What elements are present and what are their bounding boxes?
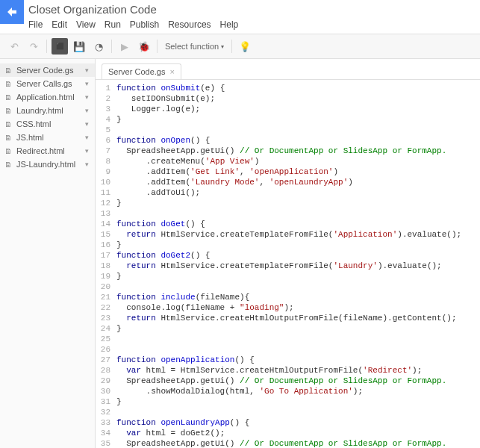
file-item[interactable]: 🗎JS.html▾ bbox=[0, 131, 95, 144]
file-menu-icon[interactable]: ▾ bbox=[84, 161, 90, 168]
line-number: 27 bbox=[96, 355, 116, 365]
debug-button[interactable]: 🐞 bbox=[136, 38, 152, 55]
code-line[interactable]: } bbox=[116, 114, 480, 125]
line-number: 23 bbox=[96, 313, 116, 323]
code-line[interactable]: var html = HtmlService.createHtmlOutputF… bbox=[116, 365, 480, 376]
file-item[interactable]: 🗎CSS.html▾ bbox=[0, 117, 95, 131]
code-line[interactable]: function openApplication() { bbox=[116, 355, 480, 365]
menu-view[interactable]: View bbox=[76, 19, 96, 30]
code-editor[interactable]: 1function onSubmit(e) {2 setIDOnSubmit(e… bbox=[96, 80, 480, 448]
menu-edit[interactable]: Edit bbox=[52, 19, 67, 30]
code-line[interactable]: function onSubmit(e) { bbox=[116, 83, 480, 93]
line-number: 5 bbox=[96, 125, 116, 135]
code-line[interactable]: function include(fileName){ bbox=[116, 292, 480, 302]
line-number: 26 bbox=[96, 344, 116, 355]
line-number: 3 bbox=[96, 104, 116, 114]
code-line[interactable]: return HtmlService.createHtmlOutputFromF… bbox=[116, 313, 480, 323]
file-menu-icon[interactable]: ▾ bbox=[84, 93, 90, 101]
code-line[interactable] bbox=[116, 281, 480, 292]
file-menu-icon[interactable]: ▾ bbox=[84, 147, 90, 155]
code-line[interactable]: SpreadsheetApp.getUi() // Or DocumentApp… bbox=[116, 146, 480, 156]
menu-help[interactable]: Help bbox=[220, 19, 239, 30]
code-line[interactable]: } bbox=[116, 396, 480, 407]
chevron-down-icon: ▾ bbox=[221, 43, 224, 50]
code-line[interactable]: .addItem('Get Link', 'openApplication') bbox=[116, 167, 480, 177]
line-number: 2 bbox=[96, 93, 116, 104]
file-menu-icon[interactable]: ▾ bbox=[84, 120, 90, 128]
file-icon: 🗎 bbox=[4, 107, 13, 115]
code-line[interactable]: function onOpen() { bbox=[116, 135, 480, 146]
line-number: 19 bbox=[96, 271, 116, 281]
code-line[interactable] bbox=[116, 407, 480, 417]
clock-button[interactable]: ◔ bbox=[90, 38, 107, 55]
redo-button[interactable]: ↷ bbox=[25, 38, 42, 55]
line-number: 34 bbox=[96, 428, 116, 438]
line-number: 20 bbox=[96, 281, 116, 292]
line-number: 1 bbox=[96, 83, 116, 93]
code-line[interactable] bbox=[116, 344, 480, 355]
file-item[interactable]: 🗎Redirect.html▾ bbox=[0, 144, 95, 158]
code-line[interactable]: setIDOnSubmit(e); bbox=[116, 93, 480, 104]
code-line[interactable] bbox=[116, 208, 480, 219]
line-number: 33 bbox=[96, 417, 116, 428]
code-line[interactable] bbox=[116, 334, 480, 344]
file-icon: 🗎 bbox=[4, 80, 13, 88]
code-line[interactable]: return HtmlService.createTemplateFromFil… bbox=[116, 229, 480, 240]
file-item[interactable]: 🗎Application.html▾ bbox=[0, 90, 95, 104]
line-number: 16 bbox=[96, 240, 116, 250]
undo-button[interactable]: ↶ bbox=[6, 38, 22, 55]
code-line[interactable]: return HtmlService.createTemplateFromFil… bbox=[116, 261, 480, 271]
code-line[interactable]: } bbox=[116, 323, 480, 334]
code-line[interactable]: function doGet2() { bbox=[116, 250, 480, 261]
run-button[interactable]: ▶ bbox=[116, 38, 133, 55]
file-icon: 🗎 bbox=[4, 120, 13, 128]
code-line[interactable]: SpreadsheetApp.getUi() // Or DocumentApp… bbox=[116, 438, 480, 448]
code-line[interactable]: .createMenu('App View') bbox=[116, 156, 480, 167]
code-line[interactable]: .addToUi(); bbox=[116, 187, 480, 198]
function-select[interactable]: Select function ▾ bbox=[162, 40, 227, 52]
menu-bar: FileEditViewRunPublishResourcesHelp bbox=[28, 17, 480, 34]
lightbulb-button[interactable]: 💡 bbox=[237, 38, 253, 55]
code-line[interactable]: function doGet() { bbox=[116, 219, 480, 229]
line-number: 31 bbox=[96, 396, 116, 407]
line-number: 15 bbox=[96, 229, 116, 240]
code-line[interactable]: function openLaundryApp() { bbox=[116, 417, 480, 428]
code-line[interactable]: Logger.log(e); bbox=[116, 104, 480, 114]
menu-publish[interactable]: Publish bbox=[130, 19, 159, 30]
line-number: 29 bbox=[96, 376, 116, 386]
file-menu-icon[interactable]: ▾ bbox=[84, 134, 90, 141]
line-number: 12 bbox=[96, 198, 116, 208]
menu-file[interactable]: File bbox=[28, 19, 43, 30]
code-line[interactable]: } bbox=[116, 240, 480, 250]
code-line[interactable]: .addItem('Laundry Mode', 'openLaundryApp… bbox=[116, 177, 480, 187]
line-number: 10 bbox=[96, 177, 116, 187]
code-line[interactable]: console.log(fileName + "loading"); bbox=[116, 302, 480, 313]
project-title[interactable]: Closet Organization Code bbox=[28, 1, 480, 17]
file-item[interactable]: 🗎JS-Laundry.html▾ bbox=[0, 158, 95, 171]
menu-run[interactable]: Run bbox=[105, 19, 121, 30]
line-number: 8 bbox=[96, 156, 116, 167]
file-item[interactable]: 🗎Laundry.html▾ bbox=[0, 104, 95, 117]
code-line[interactable]: } bbox=[116, 271, 480, 281]
line-number: 21 bbox=[96, 292, 116, 302]
file-menu-icon[interactable]: ▾ bbox=[84, 80, 90, 87]
code-line[interactable]: } bbox=[116, 198, 480, 208]
file-item[interactable]: 🗎Server Code.gs▾ bbox=[0, 63, 95, 77]
file-menu-icon[interactable]: ▾ bbox=[84, 66, 90, 74]
code-line[interactable] bbox=[116, 125, 480, 135]
file-icon: 🗎 bbox=[4, 66, 13, 75]
close-icon[interactable]: × bbox=[169, 67, 174, 76]
app-logo[interactable] bbox=[0, 0, 24, 24]
save-button[interactable]: 💾 bbox=[71, 38, 87, 55]
code-line[interactable]: .showModalDialog(html, 'Go To Applicatio… bbox=[116, 386, 480, 396]
code-line[interactable]: var html = doGet2(); bbox=[116, 428, 480, 438]
line-number: 28 bbox=[96, 365, 116, 376]
editor-tab[interactable]: Server Code.gs × bbox=[102, 63, 181, 79]
indent-button[interactable]: ⬛ bbox=[52, 38, 68, 55]
file-menu-icon[interactable]: ▾ bbox=[84, 107, 90, 114]
file-item[interactable]: 🗎Server Calls.gs▾ bbox=[0, 77, 95, 90]
line-number: 13 bbox=[96, 208, 116, 219]
file-icon: 🗎 bbox=[4, 147, 13, 155]
menu-resources[interactable]: Resources bbox=[168, 19, 211, 30]
code-line[interactable]: SpreadsheetApp.getUi() // Or DocumentApp… bbox=[116, 376, 480, 386]
